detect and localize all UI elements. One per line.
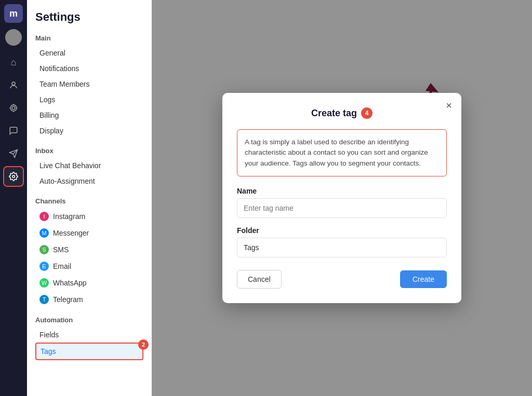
cancel-button[interactable]: Cancel — [237, 270, 282, 289]
modal-title: Create tag — [311, 108, 357, 119]
section-label-channels: Channels — [35, 197, 143, 205]
user-icon[interactable] — [3, 75, 24, 95]
sidebar-item-instagram[interactable]: I Instagram — [35, 208, 143, 225]
sidebar-item-live-chat[interactable]: Live Chat Behavior — [35, 158, 143, 173]
modal-info-text: A tag is simply a label used to describe… — [245, 138, 428, 167]
chat-icon[interactable] — [3, 120, 24, 141]
send-icon[interactable] — [3, 143, 24, 164]
name-field-label: Name — [237, 187, 447, 195]
svg-point-1 — [10, 105, 17, 111]
messenger-dot: M — [39, 228, 49, 238]
home-icon[interactable]: ⌂ — [3, 52, 24, 73]
section-label-automation: Automation — [35, 316, 143, 324]
instagram-dot: I — [39, 212, 49, 221]
modal-header: Create tag 4 × — [237, 107, 447, 119]
settings-title: Settings — [35, 10, 143, 24]
section-label-main: Main — [35, 34, 143, 42]
sidebar-item-email[interactable]: E Email — [35, 258, 143, 275]
sidebar-item-fields[interactable]: Fields — [35, 327, 143, 343]
sidebar-item-notifications[interactable]: Notifications — [35, 61, 143, 76]
sidebar-item-tags[interactable]: Tags 2 — [35, 343, 143, 360]
icon-sidebar: m ⌂ 1 — [0, 0, 27, 396]
svg-point-0 — [12, 82, 15, 85]
whatsapp-dot: W — [39, 278, 49, 288]
section-label-inbox: Inbox — [35, 147, 143, 155]
svg-point-9 — [12, 175, 15, 178]
folder-input[interactable] — [237, 238, 447, 257]
telegram-dot: T — [39, 295, 49, 304]
modal-actions: Cancel Create — [237, 270, 447, 289]
sidebar-item-logs[interactable]: Logs — [35, 92, 143, 107]
sidebar-item-sms[interactable]: S SMS — [35, 241, 143, 258]
sidebar-item-team-members[interactable]: Team Members — [35, 76, 143, 92]
main-content: No Tags Create your first Tag! + New Tag… — [152, 0, 532, 396]
sidebar-item-billing[interactable]: Billing — [35, 107, 143, 123]
annotation-badge-4: 4 — [361, 107, 373, 119]
tag-name-input[interactable] — [237, 198, 447, 218]
modal-info-box: A tag is simply a label used to describe… — [237, 129, 447, 176]
sms-dot: S — [39, 245, 49, 254]
sidebar-item-messenger[interactable]: M Messenger — [35, 225, 143, 241]
sidebar-item-general[interactable]: General — [35, 45, 143, 61]
settings-icon[interactable] — [3, 166, 24, 187]
create-tag-modal: Create tag 4 × A tag is simply a label u… — [222, 93, 461, 303]
sidebar-item-display[interactable]: Display — [35, 123, 143, 139]
annotation-badge-2: 2 — [138, 339, 149, 350]
target-icon[interactable] — [3, 98, 24, 118]
folder-field-label: Folder — [237, 226, 447, 235]
sidebar-item-whatsapp[interactable]: W WhatsApp — [35, 275, 143, 291]
email-dot: E — [39, 262, 49, 271]
settings-sidebar: Settings Main General Notifications Team… — [27, 0, 152, 396]
app-logo: m — [4, 4, 23, 23]
avatar — [5, 29, 22, 46]
svg-point-2 — [12, 106, 15, 110]
modal-overlay: Create tag 4 × A tag is simply a label u… — [152, 0, 532, 396]
sidebar-item-telegram[interactable]: T Telegram — [35, 291, 143, 308]
sidebar-item-auto-assignment[interactable]: Auto-Assignment — [35, 173, 143, 189]
modal-close-button[interactable]: × — [446, 100, 452, 112]
create-button[interactable]: Create — [400, 270, 447, 288]
